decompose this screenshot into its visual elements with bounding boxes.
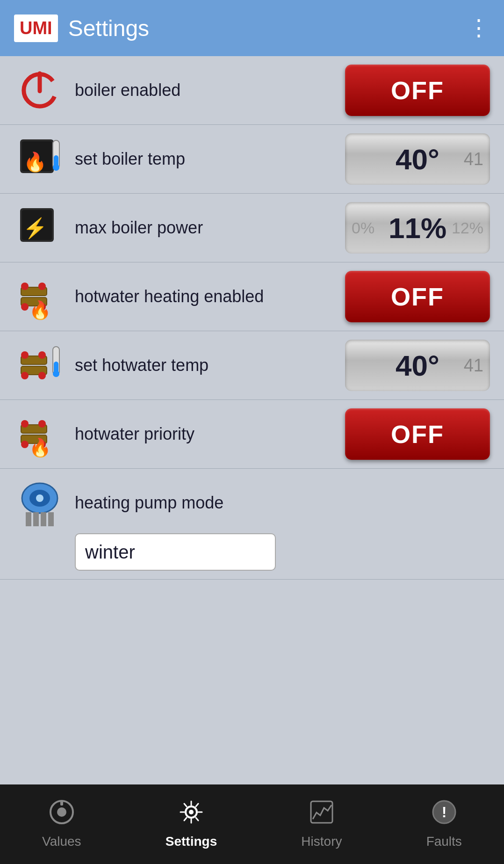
boiler-enabled-icon bbox=[14, 65, 65, 116]
setting-row-boiler-enabled: boiler enabled OFF bbox=[0, 56, 504, 125]
nav-label-faults: Faults bbox=[426, 834, 462, 849]
svg-point-20 bbox=[21, 351, 29, 359]
svg-point-31 bbox=[38, 420, 46, 428]
boiler-power-control[interactable]: 0% 11% 12% bbox=[345, 202, 490, 254]
hotwater-temp-icon bbox=[14, 340, 65, 391]
hotwater-temp-control[interactable]: 40° 41 bbox=[345, 340, 490, 391]
boiler-enabled-label: boiler enabled bbox=[65, 80, 345, 102]
hotwater-priority-icon: 🔥 bbox=[14, 408, 65, 460]
svg-rect-38 bbox=[33, 512, 39, 526]
svg-point-14 bbox=[21, 303, 29, 311]
nav-item-history[interactable]: History bbox=[301, 799, 342, 849]
svg-rect-39 bbox=[41, 512, 46, 526]
history-icon bbox=[309, 799, 334, 830]
svg-rect-43 bbox=[60, 801, 63, 806]
svg-point-30 bbox=[21, 441, 29, 448]
hotwater-priority-control[interactable]: OFF bbox=[345, 408, 490, 460]
settings-content: boiler enabled OFF 🔥 set boiler temp 40°… bbox=[0, 56, 504, 784]
page-title: Settings bbox=[68, 15, 149, 41]
boiler-temp-icon: 🔥 bbox=[14, 133, 65, 185]
hotwater-priority-label: hotwater priority bbox=[65, 423, 345, 445]
nav-item-values[interactable]: Values bbox=[42, 799, 81, 849]
boiler-temp-spinner[interactable]: 40° 41 bbox=[345, 133, 490, 185]
boiler-power-value: 11% bbox=[389, 211, 446, 245]
svg-line-47 bbox=[196, 818, 198, 820]
svg-line-45 bbox=[196, 804, 198, 806]
setting-row-pump-mode: heating pump mode winter bbox=[0, 469, 504, 580]
svg-text:🔥: 🔥 bbox=[29, 437, 51, 457]
setting-row-boiler-power: ⚡ max boiler power 0% 11% 12% bbox=[0, 194, 504, 262]
svg-line-49 bbox=[184, 818, 187, 820]
hotwater-temp-spinner[interactable]: 40° 41 bbox=[345, 340, 490, 391]
menu-button[interactable]: ⋮ bbox=[468, 17, 490, 39]
app-logo: UMI bbox=[14, 15, 58, 42]
heating-pump-icon bbox=[14, 477, 65, 529]
boiler-temp-control[interactable]: 40° 41 bbox=[345, 133, 490, 185]
hotwater-heating-label: hotwater heating enabled bbox=[65, 286, 345, 308]
svg-rect-37 bbox=[26, 512, 31, 526]
setting-row-hotwater-priority: 🔥 hotwater priority OFF bbox=[0, 400, 504, 469]
app-header: UMI Settings ⋮ bbox=[0, 0, 504, 56]
nav-label-values: Values bbox=[42, 834, 81, 849]
nav-item-settings[interactable]: Settings bbox=[166, 799, 217, 849]
boiler-enabled-control[interactable]: OFF bbox=[345, 65, 490, 116]
heating-pump-control[interactable]: winter bbox=[75, 533, 276, 571]
svg-text:🔥: 🔥 bbox=[23, 151, 47, 173]
heating-pump-input[interactable]: winter bbox=[75, 533, 276, 571]
pump-top-row: heating pump mode bbox=[14, 477, 490, 529]
boiler-temp-label: set boiler temp bbox=[65, 148, 345, 170]
settings-icon bbox=[179, 799, 204, 830]
hotwater-priority-button[interactable]: OFF bbox=[345, 408, 490, 460]
setting-row-hotwater-heating: 🔥 hotwater heating enabled OFF bbox=[0, 262, 504, 331]
svg-text:⚡: ⚡ bbox=[23, 217, 48, 240]
boiler-temp-next: 41 bbox=[464, 149, 483, 169]
svg-point-53 bbox=[189, 810, 194, 814]
hotwater-heating-button[interactable]: OFF bbox=[345, 271, 490, 322]
svg-point-26 bbox=[53, 370, 59, 377]
boiler-power-spinner[interactable]: 0% 11% 12% bbox=[345, 202, 490, 254]
boiler-enabled-button[interactable]: OFF bbox=[345, 65, 490, 116]
boiler-power-prev: 0% bbox=[352, 219, 374, 237]
nav-item-faults[interactable]: ! Faults bbox=[426, 799, 462, 849]
setting-row-boiler-temp: 🔥 set boiler temp 40° 41 bbox=[0, 125, 504, 194]
svg-point-29 bbox=[21, 420, 29, 428]
hotwater-temp-label: set hotwater temp bbox=[65, 355, 345, 377]
boiler-power-label: max boiler power bbox=[65, 217, 345, 239]
svg-point-21 bbox=[21, 372, 29, 379]
svg-point-15 bbox=[38, 283, 46, 290]
hotwater-heating-icon: 🔥 bbox=[14, 271, 65, 322]
hotwater-temp-value: 40° bbox=[396, 349, 439, 382]
svg-point-23 bbox=[38, 372, 46, 379]
nav-label-history: History bbox=[301, 834, 342, 849]
hotwater-heating-control[interactable]: OFF bbox=[345, 271, 490, 322]
svg-rect-40 bbox=[48, 512, 54, 526]
svg-point-42 bbox=[57, 807, 66, 817]
faults-icon: ! bbox=[432, 799, 457, 830]
boiler-temp-value: 40° bbox=[396, 143, 439, 176]
svg-text:🔥: 🔥 bbox=[29, 299, 51, 320]
svg-point-7 bbox=[53, 164, 59, 171]
setting-row-hotwater-temp: set hotwater temp 40° 41 bbox=[0, 331, 504, 400]
boiler-power-icon: ⚡ bbox=[14, 202, 65, 254]
nav-label-settings: Settings bbox=[166, 834, 217, 849]
svg-point-13 bbox=[21, 283, 29, 290]
svg-point-22 bbox=[38, 351, 46, 359]
svg-point-36 bbox=[36, 494, 43, 502]
hotwater-temp-next: 41 bbox=[464, 356, 483, 376]
heating-pump-label: heating pump mode bbox=[65, 492, 490, 514]
bottom-navigation: Values Settings bbox=[0, 784, 504, 864]
svg-line-51 bbox=[184, 804, 187, 806]
values-icon bbox=[49, 799, 74, 830]
svg-text:!: ! bbox=[441, 804, 446, 820]
boiler-power-next: 12% bbox=[452, 219, 483, 237]
